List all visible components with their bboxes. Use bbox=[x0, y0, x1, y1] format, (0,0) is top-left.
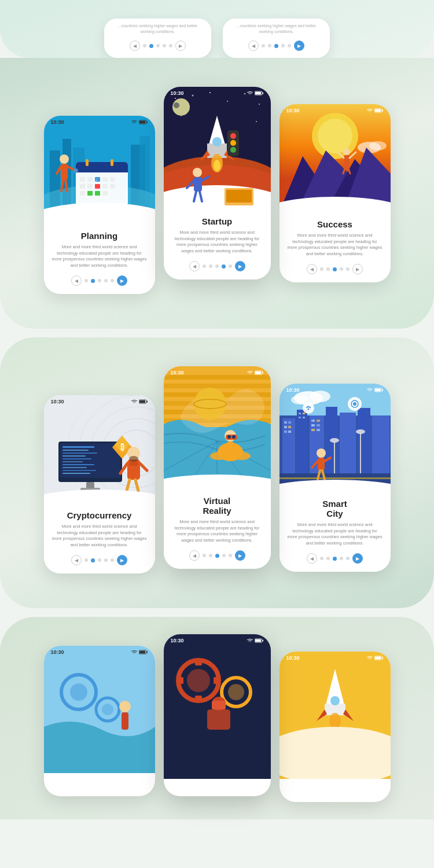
success-dot-3 bbox=[333, 267, 337, 271]
svg-point-45 bbox=[227, 101, 228, 102]
success-illustration bbox=[279, 104, 391, 214]
svg-rect-1 bbox=[139, 121, 145, 123]
svg-rect-106 bbox=[62, 453, 97, 454]
planning-nav-left[interactable]: ◀ bbox=[71, 275, 82, 286]
bottom-right-svg bbox=[279, 652, 391, 779]
status-icons-planning bbox=[131, 120, 148, 124]
svg-rect-28 bbox=[95, 191, 100, 196]
svg-rect-182 bbox=[311, 420, 315, 422]
phones-row-2: 10:30 bbox=[9, 366, 425, 573]
nav-dot-2 bbox=[149, 44, 153, 48]
battery-icon bbox=[139, 120, 148, 124]
vr-nav-left[interactable]: ◀ bbox=[189, 550, 200, 561]
startup-nav-left[interactable]: ◀ bbox=[189, 261, 200, 271]
success-nav-left[interactable]: ◀ bbox=[307, 264, 317, 274]
crypto-svg: ₿ bbox=[44, 395, 155, 502]
svg-rect-208 bbox=[146, 652, 148, 653]
city-nav: ◀ ▶ bbox=[288, 551, 382, 567]
crypto-desc: More and more third world science and te… bbox=[52, 524, 147, 548]
nav-left-arrow[interactable]: ◀ bbox=[130, 41, 140, 51]
crypto-dot-3 bbox=[98, 558, 101, 562]
phone-crypto: 10:30 bbox=[44, 395, 155, 573]
vr-dot-2 bbox=[209, 554, 212, 557]
crypto-nav-left[interactable]: ◀ bbox=[71, 555, 82, 565]
planning-nav-right[interactable]: ▶ bbox=[117, 275, 127, 286]
svg-text:✓: ✓ bbox=[94, 179, 97, 182]
svg-rect-15 bbox=[111, 159, 113, 166]
svg-rect-207 bbox=[139, 651, 145, 653]
svg-rect-21 bbox=[80, 184, 85, 189]
svg-rect-230 bbox=[212, 701, 226, 709]
svg-rect-129 bbox=[255, 372, 261, 374]
nav-right-arrow[interactable]: ▶ bbox=[294, 41, 304, 51]
phone-card-top-right: ...countries seeking higher wages and be… bbox=[223, 19, 330, 58]
battery-icon-br bbox=[374, 656, 384, 660]
svg-rect-215 bbox=[122, 712, 128, 730]
svg-rect-88 bbox=[344, 155, 350, 167]
svg-rect-13 bbox=[76, 168, 128, 172]
svg-point-227 bbox=[228, 684, 244, 700]
svg-rect-173 bbox=[288, 421, 291, 424]
status-bar-bottom-center: 10:30 bbox=[164, 634, 271, 645]
svg-point-192 bbox=[353, 402, 356, 406]
svg-rect-184 bbox=[311, 424, 315, 426]
success-dot-4 bbox=[340, 267, 343, 271]
vr-nav-right[interactable]: ▶ bbox=[235, 550, 245, 561]
svg-rect-147 bbox=[226, 435, 237, 440]
status-icons-crypto bbox=[131, 399, 148, 404]
time-city: 10:30 bbox=[286, 387, 300, 393]
svg-rect-185 bbox=[317, 424, 320, 426]
battery-icon-success bbox=[374, 108, 384, 113]
nav-left-arrow[interactable]: ◀ bbox=[248, 41, 259, 51]
nav-dot-3 bbox=[274, 44, 278, 48]
svg-point-211 bbox=[70, 683, 87, 701]
city-nav-left[interactable]: ◀ bbox=[307, 553, 317, 564]
battery-icon-crypto bbox=[139, 399, 148, 404]
success-nav-right[interactable]: ▶ bbox=[352, 264, 363, 274]
nav-right-arrow[interactable]: ▶ bbox=[175, 41, 186, 51]
svg-rect-67 bbox=[194, 177, 202, 192]
svg-rect-176 bbox=[284, 431, 287, 433]
crypto-content: Cryptocurrency More and more third world… bbox=[44, 505, 155, 573]
svg-point-81 bbox=[369, 141, 387, 150]
city-svg bbox=[279, 384, 391, 491]
time-vr: 10:30 bbox=[171, 370, 184, 376]
crypto-dot-4 bbox=[104, 558, 108, 562]
city-dot-4 bbox=[340, 557, 343, 560]
status-bar-success: 10:30 bbox=[279, 104, 391, 115]
svg-rect-224 bbox=[176, 677, 183, 684]
crypto-dot-2 bbox=[91, 558, 95, 562]
status-icons-vr bbox=[247, 370, 264, 375]
svg-rect-26 bbox=[80, 191, 85, 196]
startup-nav-right[interactable]: ▶ bbox=[235, 261, 245, 271]
svg-point-198 bbox=[356, 429, 365, 434]
svg-point-148 bbox=[227, 435, 231, 439]
svg-rect-174 bbox=[284, 426, 287, 428]
svg-rect-179 bbox=[303, 413, 305, 414]
battery-icon-city bbox=[374, 388, 384, 392]
svg-point-188 bbox=[303, 402, 314, 414]
svg-rect-233 bbox=[382, 657, 383, 659]
crypto-nav-right[interactable]: ▶ bbox=[117, 555, 127, 565]
phone-bottom-left: 10:30 bbox=[44, 646, 155, 796]
wifi-icon-success bbox=[367, 108, 373, 113]
svg-point-54 bbox=[164, 185, 271, 208]
svg-rect-159 bbox=[382, 389, 383, 391]
startup-svg bbox=[164, 87, 271, 208]
planning-nav: ◀ ▶ bbox=[52, 273, 147, 289]
svg-text:₿: ₿ bbox=[120, 442, 124, 451]
vr-svg bbox=[164, 366, 271, 488]
svg-point-237 bbox=[330, 696, 340, 705]
time-bottom-left: 10:30 bbox=[51, 649, 64, 655]
startup-dot-5 bbox=[229, 264, 232, 268]
svg-point-49 bbox=[256, 121, 257, 122]
svg-rect-158 bbox=[375, 389, 381, 391]
svg-rect-111 bbox=[62, 467, 87, 468]
svg-point-31 bbox=[60, 155, 69, 164]
wifi-icon-bc bbox=[247, 638, 253, 643]
svg-rect-110 bbox=[62, 464, 94, 465]
city-title: SmartCity bbox=[288, 499, 382, 518]
vr-dot-4 bbox=[222, 554, 226, 557]
svg-rect-39 bbox=[255, 92, 261, 94]
city-nav-right[interactable]: ▶ bbox=[352, 553, 363, 564]
